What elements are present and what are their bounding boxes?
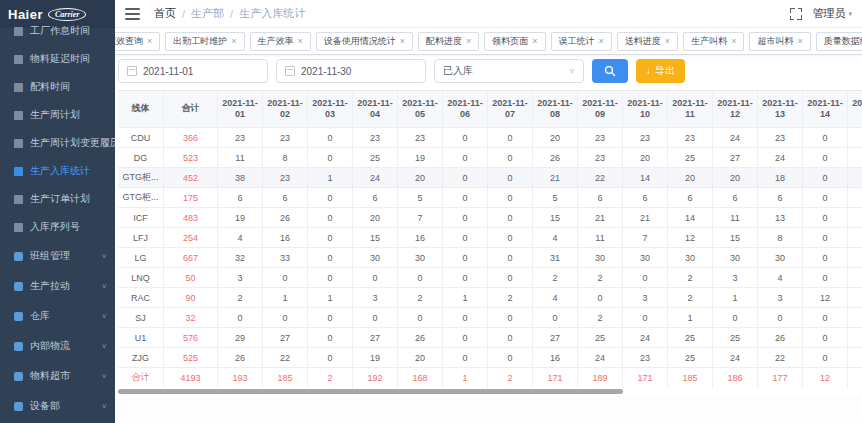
date-from-field[interactable]: [118, 59, 268, 83]
date-to-field[interactable]: [276, 59, 426, 83]
hamburger-icon[interactable]: [125, 8, 140, 20]
close-icon[interactable]: ×: [466, 37, 471, 46]
close-icon[interactable]: ×: [532, 37, 537, 46]
col-header-date[interactable]: 2021-11-07: [488, 91, 533, 128]
tab-0[interactable]: 绩效查询×: [115, 32, 160, 51]
close-icon[interactable]: ×: [298, 37, 303, 46]
table-row[interactable]: DG52311802519002623202527240: [118, 148, 862, 168]
close-icon[interactable]: ×: [599, 37, 604, 46]
table-row[interactable]: CDU366232302323002023232324230: [118, 128, 862, 148]
col-header-date[interactable]: 2021-11-12: [713, 91, 758, 128]
line-name-cell: LG: [118, 248, 164, 268]
value-cell: 1: [443, 288, 488, 308]
sidebar-item-3[interactable]: 生产周计划: [0, 101, 115, 129]
folder-icon: [14, 342, 23, 351]
summary-row[interactable]: 合计41931931852192168121711891711851861771…: [118, 368, 862, 387]
sidebar-item-label: 生产周计划变更履历: [30, 136, 115, 150]
line-name-cell: U1: [118, 328, 164, 348]
sidebar-group-4[interactable]: 物料超市∨: [0, 361, 115, 391]
value-cell: 0: [623, 268, 668, 288]
search-button[interactable]: [592, 59, 628, 83]
table-row[interactable]: U1576292702726002725242525260: [118, 328, 862, 348]
table-row[interactable]: GTG柜...17566065005666660: [118, 188, 862, 208]
value-cell: 31: [533, 248, 578, 268]
value-cell: [848, 128, 862, 148]
tab-label: 领料页面: [492, 35, 528, 48]
col-header-date[interactable]: 2021-11-03: [308, 91, 353, 128]
col-header-date[interactable]: 2021-11-06: [443, 91, 488, 128]
tab-5[interactable]: 领料页面×: [484, 32, 545, 51]
tab-9[interactable]: 超市叫料×: [749, 32, 810, 51]
sidebar-item-7[interactable]: 入库序列号: [0, 213, 115, 241]
close-icon[interactable]: ×: [400, 37, 405, 46]
breadcrumb-home[interactable]: 首页: [154, 6, 176, 21]
table-row[interactable]: LNQ5030000002202340: [118, 268, 862, 288]
sidebar-item-5[interactable]: 生产入库统计: [0, 157, 115, 185]
sidebar-group-5[interactable]: 设备部∨: [0, 391, 115, 421]
value-cell: 0: [308, 208, 353, 228]
sidebar-item-2[interactable]: 配料时间: [0, 73, 115, 101]
close-icon[interactable]: ×: [731, 37, 736, 46]
sidebar-group-2[interactable]: 仓库∨: [0, 301, 115, 331]
col-header-date[interactable]: 2021-11-08: [533, 91, 578, 128]
col-header-date[interactable]: 2021-11-05: [398, 91, 443, 128]
table-row[interactable]: LFJ25441601516004117121580: [118, 228, 862, 248]
value-cell: 185: [263, 368, 308, 387]
col-header-date[interactable]: 2021-11-13: [758, 91, 803, 128]
close-icon[interactable]: ×: [147, 37, 152, 46]
value-cell: 6: [758, 188, 803, 208]
tab-8[interactable]: 生产叫料×: [683, 32, 744, 51]
value-cell: 0: [488, 328, 533, 348]
breadcrumb-separator: /: [182, 8, 185, 20]
horizontal-scrollbar[interactable]: [118, 389, 623, 394]
col-header-date[interactable]: 2021-11-14: [803, 91, 848, 128]
sidebar-group-1[interactable]: 生产拉动∨: [0, 271, 115, 301]
value-cell: 171: [623, 368, 668, 387]
table-row[interactable]: ICF48319260207001521211411130: [118, 208, 862, 228]
col-header-line[interactable]: 线体: [118, 91, 164, 128]
tab-3[interactable]: 设备使用情况统计×: [316, 32, 413, 51]
table-row[interactable]: SJ3200000000201000: [118, 308, 862, 328]
close-icon[interactable]: ×: [797, 37, 802, 46]
value-cell: 24: [758, 148, 803, 168]
tab-10[interactable]: 质量数据统计×: [816, 32, 862, 51]
table-row[interactable]: ZJG525262201920001624232524220: [118, 348, 862, 368]
document-icon: [14, 83, 23, 92]
tab-2[interactable]: 生产效率×: [250, 32, 311, 51]
col-header-date[interactable]: 2021-11-02: [263, 91, 308, 128]
close-icon[interactable]: ×: [231, 37, 236, 46]
date-to-input[interactable]: [301, 66, 417, 77]
value-cell: 0: [443, 148, 488, 168]
fullscreen-icon[interactable]: [790, 8, 802, 20]
value-cell: [848, 208, 862, 228]
sidebar-item-6[interactable]: 生产订单计划: [0, 185, 115, 213]
user-menu[interactable]: 管理员 ▾: [812, 6, 852, 21]
col-header-total[interactable]: 合计: [164, 91, 218, 128]
date-from-input[interactable]: [143, 66, 259, 77]
table-row[interactable]: RAC90211321240321312: [118, 288, 862, 308]
col-header-date[interactable]: 2021-11-11: [668, 91, 713, 128]
tab-4[interactable]: 配料进度×: [418, 32, 479, 51]
total-cell: 50: [164, 268, 218, 288]
tab-1[interactable]: 出勤工时维护×: [165, 32, 244, 51]
export-button[interactable]: ↓ 导出: [636, 59, 685, 83]
status-select[interactable]: 已入库 ∨: [434, 59, 584, 83]
table-row[interactable]: GTG柜...452382312420002122142020180: [118, 168, 862, 188]
table-row[interactable]: LG667323303030003130303030300: [118, 248, 862, 268]
sidebar-item-1[interactable]: 物料延迟时间: [0, 45, 115, 73]
col-header-date[interactable]: 2021-11-10: [623, 91, 668, 128]
value-cell: 0: [803, 228, 848, 248]
tab-7[interactable]: 送料进度×: [617, 32, 678, 51]
sidebar-group-3[interactable]: 内部物流∨: [0, 331, 115, 361]
tab-6[interactable]: 误工统计×: [551, 32, 612, 51]
col-header-date[interactable]: 2021-11-09: [578, 91, 623, 128]
sidebar-item-4[interactable]: 生产周计划变更履历: [0, 129, 115, 157]
col-header-date[interactable]: 2021-11-15: [848, 91, 862, 128]
col-header-date[interactable]: 2021-11-01: [218, 91, 263, 128]
sidebar-group-0[interactable]: 班组管理∨: [0, 241, 115, 271]
value-cell: 7: [623, 228, 668, 248]
breadcrumb-dept[interactable]: 生产部: [191, 6, 224, 21]
close-icon[interactable]: ×: [665, 37, 670, 46]
col-header-date[interactable]: 2021-11-04: [353, 91, 398, 128]
value-cell: 1: [443, 368, 488, 387]
